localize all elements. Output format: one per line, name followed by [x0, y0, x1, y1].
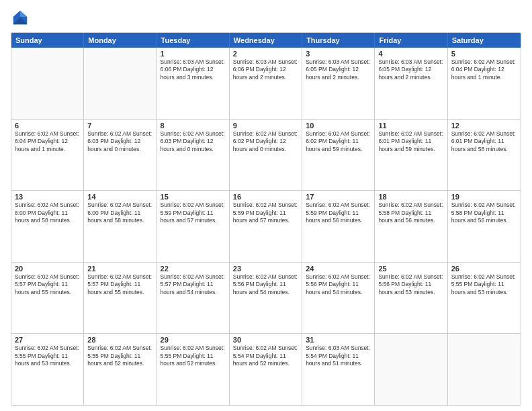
- day-info: Sunrise: 6:02 AM Sunset: 6:04 PM Dayligh…: [451, 58, 517, 81]
- day-info: Sunrise: 6:02 AM Sunset: 5:58 PM Dayligh…: [451, 201, 517, 224]
- day-info: Sunrise: 6:02 AM Sunset: 5:56 PM Dayligh…: [233, 273, 298, 296]
- day-number: 7: [87, 122, 152, 130]
- day-number: 17: [306, 193, 371, 201]
- day-number: 24: [306, 265, 371, 273]
- day-number: 3: [306, 50, 371, 58]
- page: SundayMondayTuesdayWednesdayThursdayFrid…: [0, 0, 532, 411]
- day-info: Sunrise: 6:02 AM Sunset: 5:58 PM Dayligh…: [378, 201, 443, 224]
- calendar-cell: 11Sunrise: 6:02 AM Sunset: 6:01 PM Dayli…: [375, 120, 447, 191]
- calendar-cell: 27Sunrise: 6:02 AM Sunset: 5:55 PM Dayli…: [11, 334, 84, 405]
- day-number: 28: [87, 336, 152, 344]
- day-info: Sunrise: 6:02 AM Sunset: 6:04 PM Dayligh…: [15, 130, 80, 153]
- day-info: Sunrise: 6:03 AM Sunset: 6:05 PM Dayligh…: [306, 58, 371, 81]
- day-number: 19: [451, 193, 517, 201]
- day-info: Sunrise: 6:02 AM Sunset: 5:59 PM Dayligh…: [306, 201, 371, 224]
- day-info: Sunrise: 6:02 AM Sunset: 6:00 PM Dayligh…: [87, 201, 152, 224]
- weekday-header: Wednesday: [230, 33, 302, 48]
- logo: [11, 8, 32, 27]
- day-number: 13: [15, 193, 80, 201]
- day-number: 31: [306, 336, 371, 344]
- calendar-cell: 10Sunrise: 6:02 AM Sunset: 6:02 PM Dayli…: [302, 120, 375, 191]
- calendar-cell: 21Sunrise: 6:02 AM Sunset: 5:57 PM Dayli…: [84, 263, 157, 334]
- calendar-cell: 7Sunrise: 6:02 AM Sunset: 6:03 PM Daylig…: [84, 120, 157, 191]
- day-number: 4: [378, 50, 443, 58]
- calendar-cell: 12Sunrise: 6:02 AM Sunset: 6:01 PM Dayli…: [448, 120, 521, 191]
- day-info: Sunrise: 6:02 AM Sunset: 5:54 PM Dayligh…: [233, 345, 298, 367]
- calendar-cell: 19Sunrise: 6:02 AM Sunset: 5:58 PM Dayli…: [448, 191, 521, 262]
- calendar-cell: 15Sunrise: 6:02 AM Sunset: 5:59 PM Dayli…: [157, 191, 230, 262]
- day-number: 18: [378, 193, 443, 201]
- weekday-header: Tuesday: [157, 33, 230, 48]
- calendar-cell: [448, 334, 521, 405]
- day-number: 26: [451, 265, 517, 273]
- day-info: Sunrise: 6:02 AM Sunset: 6:03 PM Dayligh…: [87, 130, 152, 153]
- day-number: 25: [378, 265, 443, 273]
- calendar-cell: 3Sunrise: 6:03 AM Sunset: 6:05 PM Daylig…: [302, 48, 375, 119]
- day-number: 27: [15, 336, 80, 344]
- day-number: 9: [233, 122, 298, 130]
- day-number: 14: [87, 193, 152, 201]
- day-info: Sunrise: 6:02 AM Sunset: 5:55 PM Dayligh…: [161, 345, 226, 367]
- calendar-week-row: 13Sunrise: 6:02 AM Sunset: 6:00 PM Dayli…: [11, 191, 521, 263]
- day-number: 15: [161, 193, 226, 201]
- day-info: Sunrise: 6:02 AM Sunset: 6:01 PM Dayligh…: [378, 130, 443, 153]
- day-info: Sunrise: 6:02 AM Sunset: 5:55 PM Dayligh…: [87, 345, 152, 367]
- logo-icon: [11, 8, 30, 27]
- day-info: Sunrise: 6:02 AM Sunset: 6:02 PM Dayligh…: [306, 130, 371, 153]
- calendar-cell: 13Sunrise: 6:02 AM Sunset: 6:00 PM Dayli…: [11, 191, 84, 262]
- day-number: 16: [233, 193, 298, 201]
- day-info: Sunrise: 6:03 AM Sunset: 6:05 PM Dayligh…: [378, 58, 443, 81]
- day-info: Sunrise: 6:02 AM Sunset: 5:55 PM Dayligh…: [15, 345, 80, 367]
- weekday-header: Saturday: [448, 33, 521, 48]
- calendar-cell: 8Sunrise: 6:02 AM Sunset: 6:03 PM Daylig…: [157, 120, 230, 191]
- calendar-cell: [11, 48, 84, 119]
- calendar-cell: 9Sunrise: 6:02 AM Sunset: 6:02 PM Daylig…: [230, 120, 302, 191]
- day-info: Sunrise: 6:02 AM Sunset: 6:02 PM Dayligh…: [233, 130, 298, 153]
- day-info: Sunrise: 6:02 AM Sunset: 6:03 PM Dayligh…: [161, 130, 226, 153]
- day-info: Sunrise: 6:03 AM Sunset: 6:06 PM Dayligh…: [161, 58, 226, 81]
- calendar: SundayMondayTuesdayWednesdayThursdayFrid…: [11, 32, 521, 406]
- day-number: 8: [161, 122, 226, 130]
- day-info: Sunrise: 6:02 AM Sunset: 6:00 PM Dayligh…: [15, 201, 80, 224]
- day-number: 2: [233, 50, 298, 58]
- weekday-header: Thursday: [302, 33, 375, 48]
- calendar-cell: 25Sunrise: 6:02 AM Sunset: 5:56 PM Dayli…: [375, 263, 447, 334]
- calendar-cell: 17Sunrise: 6:02 AM Sunset: 5:59 PM Dayli…: [302, 191, 375, 262]
- day-number: 23: [233, 265, 298, 273]
- day-info: Sunrise: 6:02 AM Sunset: 5:55 PM Dayligh…: [451, 273, 517, 296]
- day-info: Sunrise: 6:03 AM Sunset: 6:06 PM Dayligh…: [233, 58, 298, 81]
- day-number: 29: [161, 336, 226, 344]
- calendar-cell: 26Sunrise: 6:02 AM Sunset: 5:55 PM Dayli…: [448, 263, 521, 334]
- day-info: Sunrise: 6:02 AM Sunset: 5:57 PM Dayligh…: [161, 273, 226, 296]
- header: [11, 8, 521, 27]
- day-number: 1: [161, 50, 226, 58]
- day-info: Sunrise: 6:02 AM Sunset: 5:59 PM Dayligh…: [233, 201, 298, 224]
- day-number: 30: [233, 336, 298, 344]
- calendar-cell: 31Sunrise: 6:03 AM Sunset: 5:54 PM Dayli…: [302, 334, 375, 405]
- weekday-header: Monday: [84, 33, 157, 48]
- calendar-cell: 23Sunrise: 6:02 AM Sunset: 5:56 PM Dayli…: [230, 263, 302, 334]
- calendar-cell: 5Sunrise: 6:02 AM Sunset: 6:04 PM Daylig…: [448, 48, 521, 119]
- calendar-cell: 28Sunrise: 6:02 AM Sunset: 5:55 PM Dayli…: [84, 334, 157, 405]
- calendar-week-row: 27Sunrise: 6:02 AM Sunset: 5:55 PM Dayli…: [11, 334, 521, 405]
- day-number: 6: [15, 122, 80, 130]
- svg-marker-1: [20, 11, 27, 17]
- calendar-cell: 16Sunrise: 6:02 AM Sunset: 5:59 PM Dayli…: [230, 191, 302, 262]
- calendar-cell: [375, 334, 447, 405]
- day-info: Sunrise: 6:02 AM Sunset: 5:57 PM Dayligh…: [15, 273, 80, 296]
- day-number: 21: [87, 265, 152, 273]
- calendar-cell: 1Sunrise: 6:03 AM Sunset: 6:06 PM Daylig…: [157, 48, 230, 119]
- calendar-header: SundayMondayTuesdayWednesdayThursdayFrid…: [11, 33, 521, 48]
- weekday-header: Friday: [375, 33, 447, 48]
- calendar-cell: 14Sunrise: 6:02 AM Sunset: 6:00 PM Dayli…: [84, 191, 157, 262]
- calendar-cell: 30Sunrise: 6:02 AM Sunset: 5:54 PM Dayli…: [230, 334, 302, 405]
- calendar-cell: 2Sunrise: 6:03 AM Sunset: 6:06 PM Daylig…: [230, 48, 302, 119]
- day-number: 12: [451, 122, 517, 130]
- day-info: Sunrise: 6:02 AM Sunset: 5:56 PM Dayligh…: [378, 273, 443, 296]
- day-info: Sunrise: 6:02 AM Sunset: 6:01 PM Dayligh…: [451, 130, 517, 153]
- day-info: Sunrise: 6:02 AM Sunset: 5:57 PM Dayligh…: [87, 273, 152, 296]
- calendar-week-row: 20Sunrise: 6:02 AM Sunset: 5:57 PM Dayli…: [11, 263, 521, 334]
- day-number: 20: [15, 265, 80, 273]
- calendar-cell: 22Sunrise: 6:02 AM Sunset: 5:57 PM Dayli…: [157, 263, 230, 334]
- day-number: 5: [451, 50, 517, 58]
